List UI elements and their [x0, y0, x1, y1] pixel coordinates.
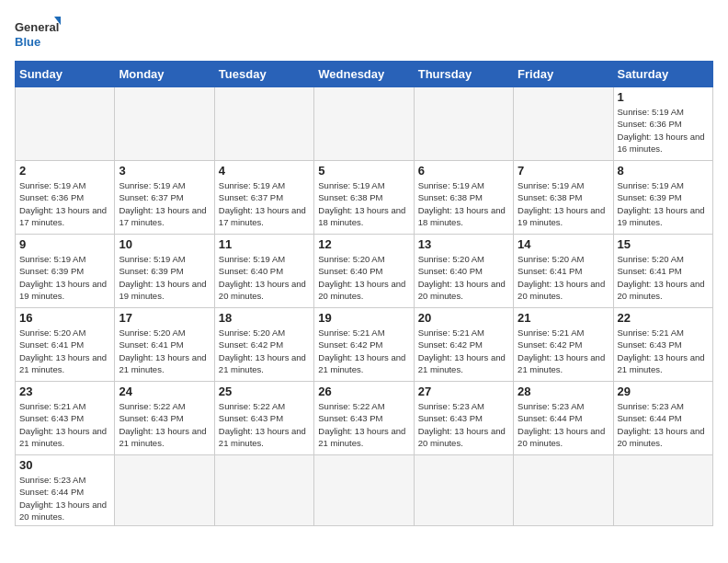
calendar-day-cell [613, 455, 712, 526]
day-info: Sunrise: 5:19 AM Sunset: 6:38 PM Dayligh… [418, 179, 509, 228]
calendar-day-cell: 4Sunrise: 5:19 AM Sunset: 6:37 PM Daylig… [214, 161, 313, 235]
day-info: Sunrise: 5:20 AM Sunset: 6:40 PM Dayligh… [418, 253, 509, 302]
calendar-day-cell [214, 455, 313, 526]
calendar-day-cell [514, 455, 613, 526]
day-info: Sunrise: 5:19 AM Sunset: 6:39 PM Dayligh… [19, 253, 110, 302]
day-info: Sunrise: 5:19 AM Sunset: 6:39 PM Dayligh… [119, 253, 210, 302]
calendar-day-cell [115, 455, 214, 526]
weekday-header-thursday: Thursday [414, 62, 513, 87]
day-number: 20 [418, 311, 509, 325]
day-info: Sunrise: 5:19 AM Sunset: 6:37 PM Dayligh… [119, 179, 210, 228]
calendar-day-cell: 6Sunrise: 5:19 AM Sunset: 6:38 PM Daylig… [414, 161, 513, 235]
calendar-day-cell: 22Sunrise: 5:21 AM Sunset: 6:43 PM Dayli… [613, 308, 712, 382]
day-info: Sunrise: 5:19 AM Sunset: 6:40 PM Dayligh… [219, 253, 310, 302]
calendar-day-cell: 8Sunrise: 5:19 AM Sunset: 6:39 PM Daylig… [613, 161, 712, 235]
calendar-day-cell: 13Sunrise: 5:20 AM Sunset: 6:40 PM Dayli… [414, 235, 513, 308]
day-info: Sunrise: 5:19 AM Sunset: 6:37 PM Dayligh… [219, 179, 310, 228]
calendar-day-cell: 23Sunrise: 5:21 AM Sunset: 6:43 PM Dayli… [16, 382, 115, 455]
logo-svg: General Blue [15, 15, 61, 52]
svg-text:General: General [15, 20, 59, 34]
day-number: 29 [618, 385, 709, 398]
day-info: Sunrise: 5:19 AM Sunset: 6:36 PM Dayligh… [19, 179, 110, 228]
calendar-week-row: 30Sunrise: 5:23 AM Sunset: 6:44 PM Dayli… [16, 455, 713, 526]
day-number: 30 [19, 458, 110, 472]
calendar-day-cell: 5Sunrise: 5:19 AM Sunset: 6:38 PM Daylig… [314, 161, 414, 235]
calendar-day-cell: 29Sunrise: 5:23 AM Sunset: 6:44 PM Dayli… [613, 382, 712, 455]
calendar-day-cell [514, 87, 613, 161]
day-info: Sunrise: 5:22 AM Sunset: 6:43 PM Dayligh… [318, 400, 409, 449]
day-number: 6 [418, 164, 509, 178]
day-number: 18 [219, 311, 310, 325]
day-info: Sunrise: 5:19 AM Sunset: 6:39 PM Dayligh… [618, 179, 709, 228]
calendar-day-cell: 7Sunrise: 5:19 AM Sunset: 6:38 PM Daylig… [514, 161, 613, 235]
day-number: 14 [518, 237, 609, 251]
day-info: Sunrise: 5:23 AM Sunset: 6:44 PM Dayligh… [618, 400, 709, 449]
calendar-day-cell [115, 87, 214, 161]
day-info: Sunrise: 5:22 AM Sunset: 6:43 PM Dayligh… [219, 400, 310, 449]
day-number: 12 [318, 237, 409, 251]
calendar-day-cell: 20Sunrise: 5:21 AM Sunset: 6:42 PM Dayli… [414, 308, 513, 382]
day-info: Sunrise: 5:21 AM Sunset: 6:43 PM Dayligh… [618, 327, 709, 375]
day-number: 27 [418, 385, 509, 398]
day-number: 10 [119, 237, 210, 251]
day-number: 11 [219, 237, 310, 251]
day-number: 2 [19, 164, 110, 178]
calendar-day-cell: 9Sunrise: 5:19 AM Sunset: 6:39 PM Daylig… [16, 235, 115, 308]
day-info: Sunrise: 5:21 AM Sunset: 6:43 PM Dayligh… [19, 400, 110, 449]
day-info: Sunrise: 5:20 AM Sunset: 6:41 PM Dayligh… [119, 327, 210, 375]
day-number: 4 [219, 164, 310, 178]
calendar-day-cell [214, 87, 313, 161]
day-number: 24 [119, 385, 210, 398]
svg-text:Blue: Blue [15, 35, 40, 49]
day-info: Sunrise: 5:20 AM Sunset: 6:41 PM Dayligh… [518, 253, 609, 302]
day-number: 17 [119, 311, 210, 325]
day-number: 1 [618, 90, 709, 104]
calendar-day-cell [414, 87, 513, 161]
day-number: 26 [318, 385, 409, 398]
day-number: 22 [618, 311, 709, 325]
calendar-day-cell: 11Sunrise: 5:19 AM Sunset: 6:40 PM Dayli… [214, 235, 313, 308]
calendar-day-cell: 3Sunrise: 5:19 AM Sunset: 6:37 PM Daylig… [115, 161, 214, 235]
calendar-day-cell: 19Sunrise: 5:21 AM Sunset: 6:42 PM Dayli… [314, 308, 414, 382]
weekday-header-saturday: Saturday [613, 62, 712, 87]
day-info: Sunrise: 5:20 AM Sunset: 6:42 PM Dayligh… [219, 327, 310, 375]
day-number: 21 [518, 311, 609, 325]
calendar-day-cell: 25Sunrise: 5:22 AM Sunset: 6:43 PM Dayli… [214, 382, 313, 455]
calendar-day-cell: 15Sunrise: 5:20 AM Sunset: 6:41 PM Dayli… [613, 235, 712, 308]
day-info: Sunrise: 5:21 AM Sunset: 6:42 PM Dayligh… [518, 327, 609, 375]
calendar-day-cell: 1Sunrise: 5:19 AM Sunset: 6:36 PM Daylig… [613, 87, 712, 161]
calendar-day-cell: 17Sunrise: 5:20 AM Sunset: 6:41 PM Dayli… [115, 308, 214, 382]
day-info: Sunrise: 5:21 AM Sunset: 6:42 PM Dayligh… [318, 327, 409, 375]
day-info: Sunrise: 5:23 AM Sunset: 6:44 PM Dayligh… [19, 474, 110, 523]
calendar-week-row: 2Sunrise: 5:19 AM Sunset: 6:36 PM Daylig… [16, 161, 713, 235]
calendar-week-row: 23Sunrise: 5:21 AM Sunset: 6:43 PM Dayli… [16, 382, 713, 455]
day-info: Sunrise: 5:20 AM Sunset: 6:41 PM Dayligh… [618, 253, 709, 302]
weekday-header-sunday: Sunday [16, 62, 115, 87]
day-info: Sunrise: 5:19 AM Sunset: 6:38 PM Dayligh… [318, 179, 409, 228]
calendar-day-cell [314, 87, 414, 161]
calendar-day-cell [414, 455, 513, 526]
weekday-header-row: SundayMondayTuesdayWednesdayThursdayFrid… [16, 62, 713, 87]
day-info: Sunrise: 5:20 AM Sunset: 6:41 PM Dayligh… [19, 327, 110, 375]
calendar-day-cell: 21Sunrise: 5:21 AM Sunset: 6:42 PM Dayli… [514, 308, 613, 382]
day-number: 7 [518, 164, 609, 178]
calendar-day-cell: 28Sunrise: 5:23 AM Sunset: 6:44 PM Dayli… [514, 382, 613, 455]
day-number: 19 [318, 311, 409, 325]
calendar-day-cell: 26Sunrise: 5:22 AM Sunset: 6:43 PM Dayli… [314, 382, 414, 455]
calendar-table: SundayMondayTuesdayWednesdayThursdayFrid… [15, 61, 713, 526]
header: General Blue [15, 15, 713, 52]
day-info: Sunrise: 5:22 AM Sunset: 6:43 PM Dayligh… [119, 400, 210, 449]
day-number: 9 [19, 237, 110, 251]
calendar-day-cell: 12Sunrise: 5:20 AM Sunset: 6:40 PM Dayli… [314, 235, 414, 308]
calendar-day-cell: 30Sunrise: 5:23 AM Sunset: 6:44 PM Dayli… [16, 455, 115, 526]
calendar-week-row: 1Sunrise: 5:19 AM Sunset: 6:36 PM Daylig… [16, 87, 713, 161]
calendar-day-cell [314, 455, 414, 526]
weekday-header-tuesday: Tuesday [214, 62, 313, 87]
day-number: 23 [19, 385, 110, 398]
logo: General Blue [15, 15, 61, 52]
day-info: Sunrise: 5:19 AM Sunset: 6:38 PM Dayligh… [518, 179, 609, 228]
weekday-header-wednesday: Wednesday [314, 62, 414, 87]
day-number: 5 [318, 164, 409, 178]
day-number: 28 [518, 385, 609, 398]
calendar-day-cell: 14Sunrise: 5:20 AM Sunset: 6:41 PM Dayli… [514, 235, 613, 308]
